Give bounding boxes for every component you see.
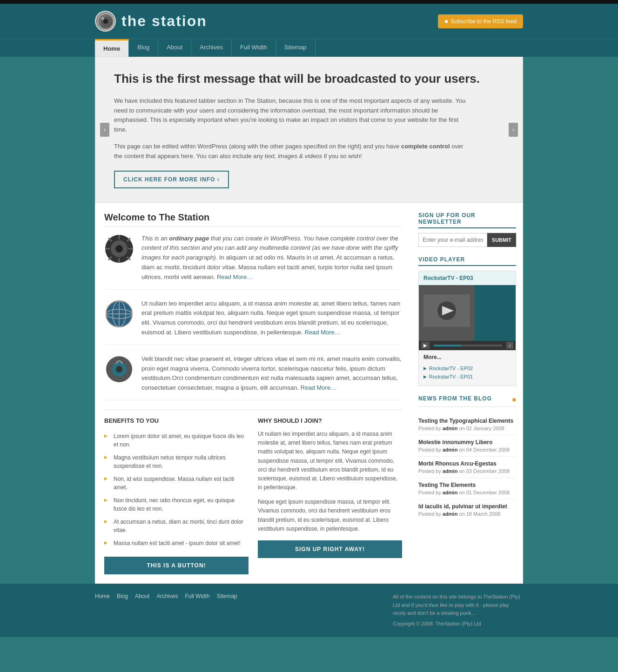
footer: Home Blog About Archives Full Width Site… — [0, 584, 618, 637]
logo: the station — [95, 11, 207, 32]
video-list-item-2[interactable]: RockstarTV - EP01 — [423, 373, 511, 381]
news-date-1: 02 January 2009 — [466, 426, 504, 431]
news-date-2: 04 December 2008 — [466, 447, 510, 452]
news-separator — [418, 406, 516, 407]
news-item-3: Morbi Rhoncus Arcu-Egestas Posted by adm… — [418, 457, 516, 478]
footer-nav-about[interactable]: About — [135, 593, 149, 599]
news-date-4: 01 December 2008 — [466, 490, 510, 495]
featured-text2: This page can be edited within WordPress… — [114, 142, 468, 161]
nav-item-sitemap[interactable]: Sitemap — [276, 39, 316, 57]
news-title-3[interactable]: Morbi Rhoncus Arcu-Egestas — [418, 460, 516, 467]
welcome-text-2: Ut nullam leo imperdiet arcu aliquam, a … — [141, 299, 402, 338]
news-date-3: 03 December 2008 — [466, 468, 510, 474]
content-area: Welcome to The Station — [95, 203, 523, 584]
news-title-1[interactable]: Testing the Typographical Elements — [418, 418, 516, 424]
video-controls: ▶ ♪ — [419, 341, 516, 350]
video-title: VIDEO PLAYER — [418, 256, 516, 266]
wi3-plain: Velit blandit nec vitae praesent et, int… — [141, 355, 402, 391]
news-meta-3: Posted by admin on 03 December 2008 — [418, 468, 516, 474]
news-author-3: admin — [443, 468, 457, 474]
footer-nav-archives[interactable]: Archives — [156, 593, 178, 599]
benefits-list: Lorem ipsum dolor sit amet, eu quisque f… — [104, 430, 249, 550]
benefits-button[interactable]: THIS IS A BUTTON! — [104, 557, 249, 574]
news-item-4: Testing The Elements Posted by admin on … — [418, 478, 516, 499]
why-join-title: WHY SHOULD I JOIN? — [258, 417, 402, 424]
svg-point-2 — [103, 19, 108, 24]
wi1-bold: ordinary page — [169, 235, 209, 242]
benefit-item-5: At accumsan a netus, diam ac morbi, tinc… — [104, 515, 249, 537]
svg-rect-27 — [475, 285, 516, 341]
main-content: Welcome to The Station — [95, 212, 411, 574]
welcome-icon-1 — [104, 234, 134, 264]
news-title: NEWS FROM THE BLOG — [418, 395, 492, 404]
read-more-1[interactable]: Read More… — [217, 273, 253, 280]
footer-nav-fullwidth[interactable]: Full Width — [185, 593, 209, 599]
news-author-2: admin — [443, 447, 457, 452]
footer-inner: Home Blog About Archives Full Width Site… — [95, 593, 523, 628]
news-meta-1: Posted by admin on 02 January 2009 — [418, 426, 516, 431]
video-more-label: More... — [419, 350, 516, 364]
benefit-item-3: Non, id wisi suspendisse. Massa nullam e… — [104, 472, 249, 494]
featured-heading: This is the first message that will be b… — [114, 71, 486, 87]
welcome-icon-3 — [104, 354, 134, 385]
nav-item-blog[interactable]: Blog — [129, 39, 158, 57]
nav-item-fullwidth[interactable]: Full Width — [232, 39, 276, 57]
news-title-5[interactable]: Id iaculis id, pulvinar ut imperdiet — [418, 503, 516, 510]
video-play-button[interactable]: ▶ — [421, 342, 430, 349]
news-item-2: Molestie innonummy Libero Posted by admi… — [418, 435, 516, 457]
featured-prev-button[interactable]: ‹ — [100, 123, 109, 137]
video-section: VIDEO PLAYER RockstarTV - EP03 — [418, 256, 516, 386]
news-title-2[interactable]: Molestie innonummy Libero — [418, 439, 516, 446]
benefits-section: BENEFITS TO YOU Lorem ipsum dolor sit am… — [104, 417, 249, 574]
video-thumbnail — [419, 285, 475, 341]
newsletter-input[interactable] — [418, 233, 487, 247]
nav-item-about[interactable]: About — [158, 39, 191, 57]
footer-nav-blog[interactable]: Blog — [117, 593, 128, 599]
footer-copyright: All of the content on this site belongs … — [393, 593, 523, 628]
video-player: RockstarTV - EP03 — [418, 271, 516, 386]
sidebar: SIGN UP FOR OUR NEWSLETTER SUBMIT VIDEO … — [411, 212, 523, 574]
benefits-title: BENEFITS TO YOU — [104, 417, 249, 424]
video-player-area — [419, 285, 516, 341]
read-more-3[interactable]: Read More… — [301, 384, 336, 391]
cta-button[interactable]: CLICK HERE FOR MORE INFO › — [114, 171, 229, 188]
nav-item-home[interactable]: Home — [95, 39, 129, 57]
featured-next-button[interactable]: › — [509, 123, 518, 137]
featured-section: ‹ This is the first message that will be… — [95, 57, 523, 203]
topbar — [0, 0, 618, 4]
featured-text2-bold: complete control — [401, 143, 450, 150]
featured-text2-italic: text, images & videos — [265, 153, 322, 160]
benefit-item-2: Magna vestibulum netus tempor nulla ultr… — [104, 451, 249, 472]
main-container: ‹ This is the first message that will be… — [95, 57, 523, 584]
news-rss-icon[interactable]: ■ — [512, 396, 516, 403]
signup-button[interactable]: SIGN UP RIGHT AWAY! — [258, 540, 402, 558]
benefit-item-1: Lorem ipsum dolor sit amet, eu quisque f… — [104, 430, 249, 451]
news-item-1: Testing the Typographical Elements Poste… — [418, 414, 516, 435]
news-author-5: admin — [443, 511, 457, 517]
nav-item-archives[interactable]: Archives — [191, 39, 232, 57]
welcome-title: Welcome to The Station — [104, 212, 402, 227]
why-join-section: WHY SHOULD I JOIN? Ut nullam leo imperdi… — [258, 417, 402, 574]
header: the station ■ Subscribe to the RSS feed — [0, 4, 618, 39]
news-meta-2: Posted by admin on 04 December 2008 — [418, 447, 516, 452]
footer-copy-line: Copyright © 2008. TheStation (Pty) Ltd — [393, 620, 523, 628]
news-title-4[interactable]: Testing The Elements — [418, 482, 516, 488]
wi2-plain: Ut nullam leo imperdiet arcu aliquam, a … — [141, 300, 400, 336]
logo-text: the station — [121, 13, 207, 30]
newsletter-submit-button[interactable]: SUBMIT — [487, 233, 516, 247]
footer-nav-sitemap[interactable]: Sitemap — [217, 593, 237, 599]
welcome-text-1: This is an ordinary page that you can cr… — [141, 234, 402, 282]
why-join-text1: Ut nullam leo imperdiet arcu aliquam, a … — [258, 430, 402, 492]
welcome-section: Welcome to The Station — [104, 212, 402, 400]
video-volume-button[interactable]: ♪ — [506, 342, 513, 349]
featured-text1: We have included this featured tabber se… — [114, 96, 468, 135]
newsletter-title: SIGN UP FOR OUR NEWSLETTER — [418, 212, 516, 228]
welcome-icon-2 — [104, 299, 134, 329]
footer-nav-home[interactable]: Home — [95, 593, 110, 599]
read-more-2[interactable]: Read More… — [305, 329, 341, 336]
footer-navigation: Home Blog About Archives Full Width Site… — [95, 593, 237, 599]
svg-point-22 — [116, 366, 122, 373]
rss-subscribe-button[interactable]: ■ Subscribe to the RSS feed — [438, 14, 523, 28]
video-list-item-1[interactable]: RockstarTV - EP02 — [423, 364, 511, 373]
news-author-4: admin — [443, 490, 457, 495]
